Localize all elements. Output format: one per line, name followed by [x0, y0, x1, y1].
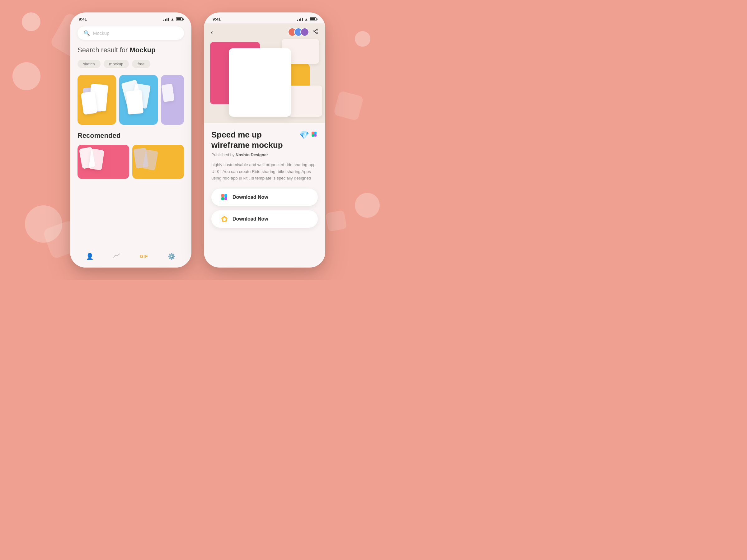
sketch-btn-icon — [220, 215, 229, 223]
recommended-title: Recomended — [77, 132, 184, 140]
battery-icon-2 — [310, 18, 316, 21]
publisher-name: Noshto Designer — [236, 153, 268, 157]
rec-card-2[interactable] — [132, 145, 184, 179]
description-text: highly customisable and well organized r… — [211, 161, 318, 182]
svg-rect-9 — [221, 194, 224, 197]
download-sketch-button[interactable]: Download Now — [211, 210, 318, 228]
back-button[interactable]: ‹ — [211, 29, 213, 36]
profile-icon: 👤 — [86, 252, 94, 260]
detail-content: Speed me up wireframe mockup 💎 — [204, 123, 325, 268]
figma-icon — [310, 130, 318, 140]
time-1: 9:41 — [79, 17, 87, 22]
svg-rect-11 — [221, 197, 224, 200]
svg-point-2 — [313, 31, 314, 32]
svg-rect-10 — [225, 194, 227, 197]
result-card-1[interactable] — [77, 75, 116, 125]
hero-white-bottom — [288, 85, 322, 117]
detail-nav: ‹ — [204, 28, 325, 36]
figma-btn-icon — [220, 193, 229, 202]
tag-sketch[interactable]: sketch — [77, 60, 101, 68]
recommended-grid — [77, 145, 184, 179]
signal-icon-1 — [163, 18, 169, 21]
wifi-icon-1: ▲ — [171, 17, 174, 22]
svg-point-1 — [316, 33, 318, 34]
hero-main-card — [229, 48, 291, 117]
detail-title-row: Speed me up wireframe mockup 💎 — [211, 130, 318, 150]
hero-area: ‹ — [204, 23, 325, 123]
status-bar-2: 9:41 ▲ — [204, 12, 325, 23]
download-sketch-label: Download Now — [232, 216, 268, 222]
search-results-grid — [77, 75, 184, 125]
svg-rect-5 — [312, 132, 314, 134]
download-figma-button[interactable]: Download Now — [211, 189, 318, 206]
phone-detail: 9:41 ▲ ‹ — [204, 12, 325, 268]
svg-rect-12 — [225, 197, 227, 200]
svg-rect-8 — [314, 134, 316, 137]
svg-rect-6 — [314, 132, 316, 134]
settings-icon: ⚙️ — [168, 252, 176, 260]
svg-rect-7 — [312, 134, 314, 137]
wifi-icon-2: ▲ — [304, 17, 308, 22]
time-2: 9:41 — [212, 17, 221, 22]
svg-line-4 — [314, 32, 316, 33]
battery-icon-1 — [176, 18, 183, 21]
status-icons-1: ▲ — [163, 17, 183, 22]
nav-profile[interactable]: 👤 — [86, 252, 94, 260]
status-icons-2: ▲ — [297, 17, 316, 22]
publisher-line: Published by Noshto Designer — [211, 153, 318, 157]
nav-settings[interactable]: ⚙️ — [168, 252, 176, 260]
nav-right — [288, 28, 318, 36]
share-icon — [313, 29, 318, 34]
nav-trending[interactable] — [113, 253, 120, 260]
search-input[interactable]: Mockup — [93, 30, 109, 36]
phones-container: 9:41 ▲ 🔍 Mockup — [70, 12, 325, 268]
status-bar-1: 9:41 ▲ — [70, 12, 191, 23]
gif-label: GIF — [140, 254, 148, 259]
avatar-3 — [300, 28, 309, 36]
tag-free[interactable]: free — [132, 60, 150, 68]
phone-search: 9:41 ▲ 🔍 Mockup — [70, 12, 191, 268]
trending-icon — [113, 253, 120, 260]
svg-line-3 — [314, 30, 316, 31]
tag-mockup[interactable]: mockup — [104, 60, 129, 68]
bottom-nav: 👤 GIF ⚙️ — [70, 248, 191, 268]
search-icon: 🔍 — [84, 30, 90, 36]
download-figma-label: Download Now — [232, 194, 268, 200]
search-bar[interactable]: 🔍 Mockup — [77, 26, 184, 40]
tags-container: sketch mockup free — [77, 60, 184, 68]
search-result-title: Search result for Mockup — [77, 46, 184, 54]
share-button[interactable] — [313, 29, 318, 35]
nav-gif[interactable]: GIF — [140, 254, 148, 259]
result-card-3[interactable] — [161, 75, 184, 125]
rec-card-1[interactable] — [77, 145, 129, 179]
result-card-2[interactable] — [119, 75, 158, 125]
svg-point-0 — [316, 29, 318, 30]
tool-icons: 💎 — [299, 130, 318, 140]
phone1-content: 🔍 Mockup Search result for Mockup sketch… — [70, 23, 191, 248]
sketch-icon: 💎 — [299, 130, 309, 140]
detail-title: Speed me up wireframe mockup — [211, 130, 299, 150]
avatar-group — [288, 28, 309, 36]
signal-icon-2 — [297, 18, 303, 21]
